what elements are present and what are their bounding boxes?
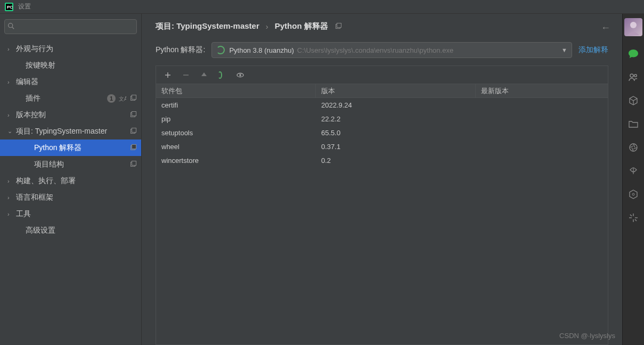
settings-search-input[interactable] [4,19,137,34]
chat-icon[interactable] [627,48,639,60]
table-row[interactable]: wincertstore0.2 [156,153,608,167]
sidebar-item[interactable]: ›语言和框架 [0,189,141,206]
contacts-icon[interactable] [627,71,639,83]
svg-rect-10 [132,111,136,116]
sidebar-item-label: 插件 [26,94,40,103]
breadcrumb-separator: › [266,22,268,31]
window-title: 设置 [18,2,31,11]
content-panel: 项目: TypingSystem-master › Python 解释器 ← P… [142,14,622,345]
chevron-right-icon: › [7,79,15,85]
interpreter-dropdown[interactable]: Python 3.8 (ruanzhu) C:\Users\lyslyslys\… [211,42,572,58]
hexagon-icon[interactable] [627,188,639,200]
svg-rect-14 [132,144,136,149]
column-header-package[interactable]: 软件包 [156,84,316,97]
sidebar-item[interactable]: ⌄项目: TypingSystem-master [0,123,141,139]
sidebar-item-label: 按键映射 [26,61,55,70]
packages-toolbar [156,66,608,84]
translate-icon: 文A [119,95,126,102]
count-badge: 1 [107,94,116,103]
sidebar-item[interactable]: ›插件1文A [0,90,141,106]
chevron-down-icon: ⌄ [7,128,15,135]
sidebar-item-label: 语言和框架 [16,193,53,202]
svg-rect-18 [337,23,341,27]
remove-package-button[interactable] [182,71,190,79]
table-row[interactable]: wheel0.37.1 [156,139,608,153]
sidebar-item[interactable]: ›外观与行为 [0,40,141,57]
restore-icon [129,128,137,135]
settings-sidebar: ›外观与行为›按键映射›编辑器›插件1文A›版本控制⌄项目: TypingSys… [0,14,142,345]
add-interpreter-link[interactable]: 添加解释 [578,45,608,55]
svg-point-28 [630,144,637,151]
svg-point-4 [9,23,13,28]
cell [476,112,608,126]
sidebar-item-selected[interactable]: ›Python 解释器 [0,139,141,156]
spark-icon[interactable] [627,212,639,224]
sidebar-item[interactable]: ›工具 [0,206,141,222]
sidebar-item-label: 版本控制 [16,110,46,120]
restore-icon [129,161,137,168]
chevron-right-icon: › [7,46,15,52]
cell [476,98,608,112]
titlebar: PC 设置 [0,0,644,14]
table-row[interactable]: setuptools65.5.0 [156,126,608,139]
interpreter-name: Python 3.8 (ruanzhu) [229,46,294,54]
restore-icon [129,144,137,152]
aperture-icon[interactable] [627,142,639,153]
column-header-version[interactable]: 版本 [316,84,476,97]
cell: 22.2.2 [316,112,476,126]
interpreter-label: Python 解释器: [156,45,205,55]
svg-point-27 [634,75,637,77]
svg-line-36 [635,219,637,221]
sidebar-item[interactable]: ›版本控制 [0,106,141,123]
svg-text:文A: 文A [119,96,126,102]
chevron-right-icon: › [7,194,15,201]
show-early-releases-button[interactable] [236,71,244,79]
breadcrumb-part: Python 解释器 [275,21,328,31]
sidebar-item[interactable]: ›按键映射 [0,57,141,73]
packages-header: 软件包 版本 最新版本 [156,84,608,98]
refresh-button[interactable] [218,71,226,79]
chevron-right-icon: › [7,211,15,217]
sidebar-item[interactable]: ›高级设置 [0,222,141,239]
svg-point-25 [630,22,637,28]
cell: 0.2 [316,153,476,167]
cell [476,153,608,167]
sidebar-item[interactable]: ›构建、执行、部署 [0,172,141,189]
table-row[interactable]: certifi2022.9.24 [156,98,608,112]
chevron-right-icon: › [7,178,15,184]
cell: setuptools [156,126,316,139]
upgrade-package-button[interactable] [200,71,208,79]
restore-icon[interactable] [335,23,342,30]
svg-rect-12 [132,128,136,132]
folder-icon[interactable] [627,118,639,130]
sidebar-item[interactable]: ›编辑器 [0,73,141,90]
butterfly-icon[interactable] [627,165,639,177]
avatar[interactable] [624,18,642,36]
cell: 0.37.1 [316,139,476,153]
settings-tree: ›外观与行为›按键映射›编辑器›插件1文A›版本控制⌄项目: TypingSys… [0,38,141,345]
sidebar-item-label: 编辑器 [16,77,38,87]
sidebar-item-label: 工具 [16,209,31,219]
interpreter-path: C:\Users\lyslyslys\.conda\envs\ruanzhu\p… [297,46,453,54]
back-arrow-icon[interactable]: ← [601,22,610,34]
sidebar-item-label: 高级设置 [26,226,55,235]
table-row[interactable]: pip22.2.2 [156,112,608,126]
svg-point-24 [239,74,241,76]
sidebar-item[interactable]: ›项目结构 [0,156,141,172]
svg-line-35 [630,215,632,216]
svg-rect-8 [132,95,136,99]
watermark: CSDN @·lyslyslys [559,332,615,340]
cube-icon[interactable] [627,95,639,106]
search-icon [7,22,14,31]
right-toolbar [622,14,644,345]
cell: pip [156,112,316,126]
cell: 65.5.0 [316,126,476,139]
add-package-button[interactable] [164,71,172,79]
chevron-down-icon: ▼ [561,47,567,53]
breadcrumb: 项目: TypingSystem-master › Python 解释器 [142,14,622,37]
packages-body: certifi2022.9.24pip22.2.2setuptools65.5.… [156,98,608,344]
sidebar-item-label: 项目结构 [34,160,64,169]
svg-marker-29 [630,190,637,199]
chevron-right-icon: › [7,112,15,118]
column-header-latest[interactable]: 最新版本 [476,84,608,97]
